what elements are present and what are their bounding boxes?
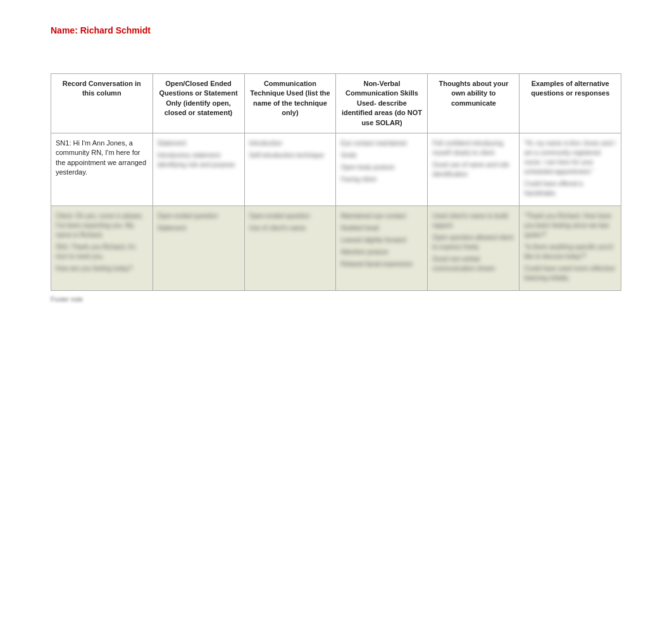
- row2-col1: Client: Oh yes, come in please. I've bee…: [51, 206, 153, 290]
- row1-col1: SN1: Hi I'm Ann Jones, a community RN, I…: [51, 133, 153, 206]
- header-col4: Non-Verbal Communication Skills Used- de…: [336, 74, 428, 133]
- table-row: Client: Oh yes, come in please. I've bee…: [51, 206, 621, 290]
- row1-col3: Introduction Self-introduction technique: [244, 133, 336, 206]
- row2-col6: "Thank you Richard. How have you been fe…: [520, 206, 621, 290]
- header-row: Record Conversation in this column Open/…: [51, 74, 621, 133]
- page-container: Name: Richard Schmidt Record Conversatio…: [0, 0, 672, 328]
- header-col2: Open/Closed Ended Questions or Statement…: [152, 74, 244, 133]
- header-col5: Thoughts about your own ability to commu…: [428, 74, 520, 133]
- row1-col2: Statement Introductory statement identif…: [152, 133, 244, 206]
- footer-note: Footer note: [51, 296, 621, 303]
- row1-col5: Felt confident introducing myself clearl…: [428, 133, 520, 206]
- header-col6: Examples of alternative questions or res…: [520, 74, 621, 133]
- header-col1: Record Conversation in this column: [51, 74, 153, 133]
- row2-col4: Maintained eye contact Nodded head Leane…: [336, 206, 428, 290]
- header-col3: Communication Technique Used (list the n…: [244, 74, 336, 133]
- table-row: SN1: Hi I'm Ann Jones, a community RN, I…: [51, 133, 621, 206]
- main-table: Record Conversation in this column Open/…: [51, 73, 621, 291]
- row2-col3: Open-ended question Use of client's name: [244, 206, 336, 290]
- row1-col4: Eye contact maintained Smile Open body p…: [336, 133, 428, 206]
- row1-col6: "Hi, my name is Ann Jones and I am a com…: [520, 133, 621, 206]
- name-title: Name: Richard Schmidt: [51, 25, 621, 35]
- row2-col2: Open ended question Statement: [152, 206, 244, 290]
- row2-col5: Used client's name to build rapport Open…: [428, 206, 520, 290]
